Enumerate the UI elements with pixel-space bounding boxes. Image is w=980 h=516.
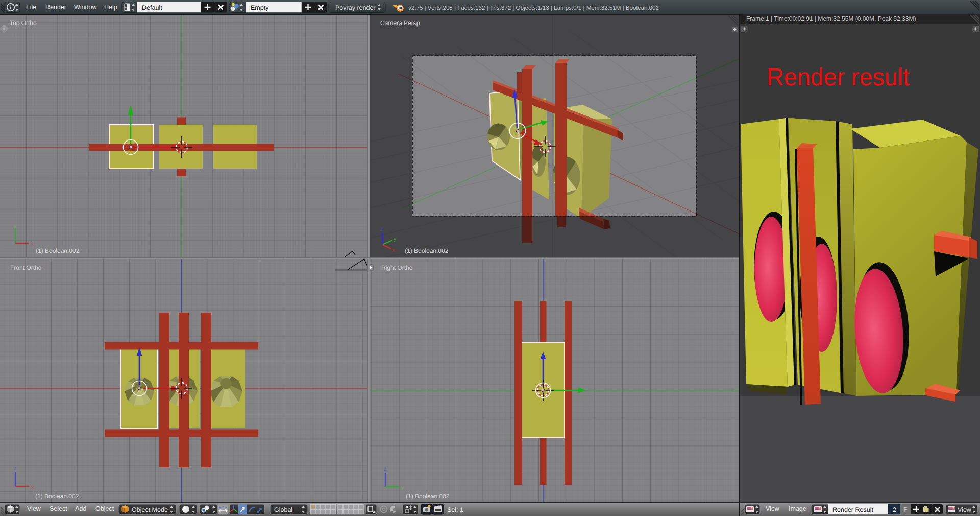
svg-text:2: 2 [893, 506, 896, 513]
svg-text:z: z [380, 226, 383, 232]
svg-text:Empty: Empty [251, 4, 269, 11]
svg-text:Top Ortho: Top Ortho [10, 19, 37, 27]
svg-text:z: z [14, 466, 16, 472]
svg-text:View: View [958, 506, 972, 513]
svg-text:Render result: Render result [767, 64, 910, 91]
svg-text:Right Ortho: Right Ortho [381, 264, 413, 271]
svg-text:y: y [14, 223, 16, 229]
svg-text:Render Result: Render Result [832, 506, 873, 513]
svg-text:Sel: 1: Sel: 1 [447, 506, 463, 513]
svg-text:F: F [903, 506, 908, 513]
svg-text:Front Ortho: Front Ortho [10, 264, 42, 271]
svg-text:Default: Default [142, 4, 162, 11]
svg-text:(1) Boolean.002: (1) Boolean.002 [406, 492, 450, 500]
svg-text:x: x [31, 242, 34, 247]
svg-text:Global: Global [274, 506, 292, 513]
svg-text:(1) Boolean.002: (1) Boolean.002 [36, 247, 80, 254]
svg-text:z: z [384, 466, 386, 472]
svg-text:x: x [31, 485, 34, 490]
svg-text:y: y [401, 485, 404, 491]
svg-text:(1) Boolean.002: (1) Boolean.002 [405, 247, 449, 254]
svg-text:Camera Persp: Camera Persp [380, 19, 420, 27]
svg-text:(1) Boolean.002: (1) Boolean.002 [35, 492, 79, 500]
svg-text:y: y [394, 236, 397, 242]
svg-text:Object Mode: Object Mode [132, 506, 168, 513]
svg-text:x: x [392, 247, 395, 253]
svg-text:Povray render: Povray render [335, 4, 376, 11]
